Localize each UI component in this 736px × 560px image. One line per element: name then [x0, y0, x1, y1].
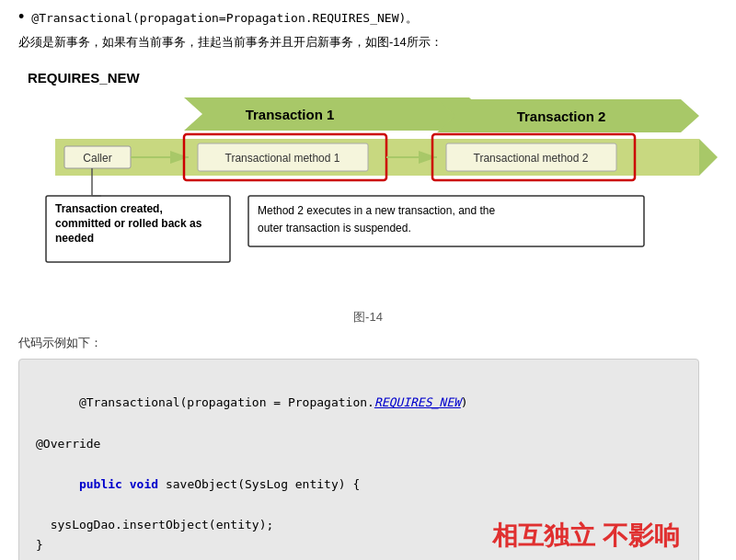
code-section-label: 代码示例如下： — [18, 335, 718, 351]
space — [122, 477, 130, 491]
bullet-section: • @Transactional(propagation=Propagation… — [18, 9, 718, 28]
svg-marker-5 — [699, 139, 718, 176]
void-keyword: void — [130, 477, 158, 491]
public-keyword: public — [79, 477, 122, 491]
intro-text: 必须是新事务，如果有当前事务，挂起当前事务并且开启新事务，如图-14所示： — [18, 33, 718, 52]
annotation-prefix: @Transactional(propagation = Propagation… — [79, 395, 374, 409]
diagram-container: REQUIRES_NEW Transaction 1 Transaction 2 — [18, 63, 718, 302]
svg-text:outer transaction is suspended: outer transaction is suspended. — [258, 222, 411, 234]
figure-label: 图-14 — [18, 309, 718, 326]
method2-label: Transactional method 2 — [474, 152, 589, 165]
annotation-suffix: ) — [461, 395, 468, 409]
code-line-3: public void saveObject(SysLog entity) { — [36, 454, 682, 515]
requires-new-keyword: REQUIRES_NEW — [374, 395, 461, 409]
code-line-2: @Override — [36, 434, 682, 454]
transaction2-label: Transaction 2 — [517, 109, 606, 124]
code-block: @Transactional(propagation = Propagation… — [18, 359, 699, 560]
code-line-1: @Transactional(propagation = Propagation… — [36, 372, 682, 433]
diagram-svg: REQUIRES_NEW Transaction 1 Transaction 2 — [18, 63, 718, 302]
svg-text:Transaction created,: Transaction created, — [55, 202, 163, 215]
svg-text:needed: needed — [55, 232, 94, 245]
transaction1-label: Transaction 1 — [246, 107, 335, 122]
chinese-comment: 相互独立 不影响 — [492, 514, 680, 558]
bullet-dot: • — [18, 7, 24, 27]
requires-new-label: REQUIRES_NEW — [28, 70, 141, 86]
method-sig: saveObject(SysLog entity) { — [158, 477, 360, 491]
svg-text:committed or rolled back as: committed or rolled back as — [55, 217, 202, 230]
page-container: • @Transactional(propagation=Propagation… — [0, 0, 736, 560]
svg-text:Method 2 executes in a new tra: Method 2 executes in a new transaction, … — [258, 204, 495, 217]
method1-label: Transactional method 1 — [225, 152, 340, 165]
caller-label: Caller — [83, 152, 111, 165]
bullet-text: @Transactional(propagation=Propagation.R… — [31, 9, 418, 28]
